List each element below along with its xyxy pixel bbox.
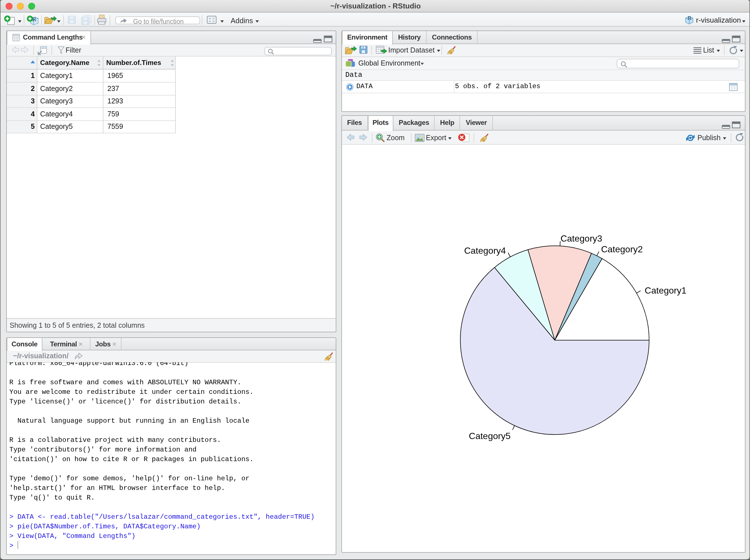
svg-text:R: R [687, 16, 691, 21]
svg-text:Category2: Category2 [601, 244, 643, 254]
svg-text:Category4: Category4 [464, 245, 506, 255]
svg-text:Category5: Category5 [469, 431, 511, 441]
svg-text:Category1: Category1 [645, 285, 686, 295]
svg-text:Category3: Category3 [560, 233, 602, 243]
